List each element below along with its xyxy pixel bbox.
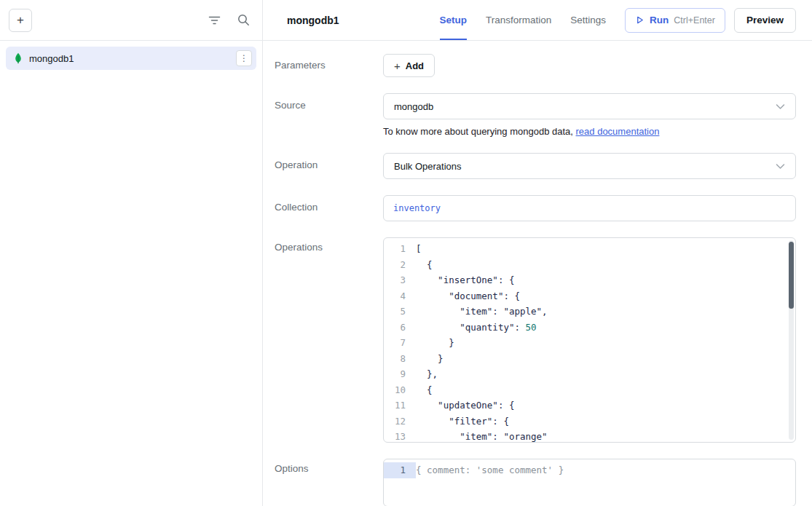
code-text: "item": "apple", (416, 304, 548, 320)
run-shortcut: Ctrl+Enter (674, 15, 715, 25)
code-text: "insertOne": { (416, 272, 514, 288)
parameters-label: Parameters (275, 54, 383, 77)
code-line: 1{ comment: 'some comment' } (384, 462, 795, 478)
mongodb-leaf-icon (13, 52, 23, 64)
play-icon (635, 15, 645, 25)
collection-input-value: inventory (393, 203, 441, 213)
source-select[interactable]: mongodb (383, 93, 796, 119)
tab-transformation[interactable]: Transformation (486, 0, 551, 40)
operations-code-lines: 1[2 {3 "insertOne": {4 "document": {5 "i… (384, 241, 795, 443)
line-number: 2 (384, 257, 416, 273)
options-row: Options 1{ comment: 'some comment' } (275, 459, 796, 506)
options-code-lines: 1{ comment: 'some comment' } (384, 462, 795, 478)
sidebar-toolbar: + (0, 0, 262, 41)
line-number: 5 (384, 304, 416, 320)
code-line: 9 }, (384, 366, 795, 382)
run-button[interactable]: Run Ctrl+Enter (625, 8, 725, 33)
code-text: [ (416, 241, 422, 257)
query-setup-form: Parameters + Add Source mongodb To know … (263, 41, 812, 506)
line-number: 7 (384, 335, 416, 351)
preview-button[interactable]: Preview (734, 8, 796, 33)
code-line: 4 "document": { (384, 288, 795, 304)
line-number: 4 (384, 288, 416, 304)
code-text: } (416, 335, 454, 351)
run-button-label: Run (650, 15, 669, 25)
line-number: 10 (384, 382, 416, 398)
collection-row: Collection inventory (275, 195, 796, 221)
chevron-down-icon (776, 103, 785, 110)
collection-label: Collection (275, 195, 383, 221)
options-label: Options (275, 459, 383, 506)
source-helper-text: To know more about querying mongodb data… (383, 126, 796, 137)
line-number: 8 (384, 351, 416, 367)
operation-select[interactable]: Bulk Operations (383, 153, 796, 179)
line-number: 12 (384, 414, 416, 430)
source-row: Source mongodb To know more about queryi… (275, 93, 796, 137)
code-text: "document": { (416, 288, 520, 304)
add-parameter-label: Add (406, 60, 424, 71)
code-text: { (416, 257, 433, 273)
query-title: mongodb1 (287, 15, 339, 26)
line-number: 3 (384, 272, 416, 288)
operation-row: Operation Bulk Operations (275, 153, 796, 179)
read-documentation-link[interactable]: read documentation (576, 126, 660, 137)
query-list: mongodb1 ⋮ (0, 41, 262, 76)
options-code-editor[interactable]: 1{ comment: 'some comment' } (383, 459, 796, 506)
source-select-value: mongodb (394, 101, 433, 112)
code-line: 13 "item": "orange" (384, 429, 795, 443)
scrollbar-track[interactable] (789, 240, 794, 440)
operations-code-editor[interactable]: 1[2 {3 "insertOne": {4 "document": {5 "i… (383, 237, 796, 443)
code-text: }, (416, 366, 438, 382)
code-text: "quantity": 50 (416, 320, 537, 336)
collection-input[interactable]: inventory (383, 195, 796, 221)
query-item-label: mongodb1 (29, 53, 230, 64)
query-panel: mongodb1 Setup Transformation Settings R… (263, 0, 812, 506)
chevron-down-icon (776, 163, 785, 170)
code-line: 2 { (384, 257, 795, 273)
code-line: 11 "updateOne": { (384, 398, 795, 414)
filter-icon[interactable] (207, 13, 221, 28)
operation-select-value: Bulk Operations (394, 161, 462, 172)
code-line: 7 } (384, 335, 795, 351)
add-parameter-button[interactable]: + Add (383, 54, 435, 77)
add-query-button[interactable]: + (9, 9, 32, 32)
code-line: 10 { (384, 382, 795, 398)
code-text: } (416, 351, 444, 367)
code-line: 5 "item": "apple", (384, 304, 795, 320)
line-number: 6 (384, 320, 416, 336)
code-line: 3 "insertOne": { (384, 272, 795, 288)
parameters-row: Parameters + Add (275, 54, 796, 77)
plus-icon: + (394, 60, 401, 71)
operation-label: Operation (275, 153, 383, 179)
query-sidebar: + mongodb1 ⋮ (0, 0, 263, 506)
code-line: 6 "quantity": 50 (384, 320, 795, 336)
code-text: "filter": { (416, 414, 509, 430)
tab-settings[interactable]: Settings (570, 0, 606, 40)
line-number: 13 (384, 429, 416, 443)
tab-setup[interactable]: Setup (440, 0, 468, 40)
line-number: 11 (384, 398, 416, 414)
code-line: 8 } (384, 351, 795, 367)
scrollbar-thumb[interactable] (789, 242, 794, 309)
operations-row: Operations 1[2 {3 "insertOne": {4 "docum… (275, 237, 796, 443)
search-icon[interactable] (236, 13, 251, 28)
query-list-item[interactable]: mongodb1 ⋮ (6, 47, 256, 70)
code-text: "updateOne": { (416, 398, 514, 414)
line-number: 9 (384, 366, 416, 382)
line-number: 1 (384, 462, 416, 478)
query-panel-header: mongodb1 Setup Transformation Settings R… (263, 0, 812, 41)
code-text: { comment: 'some comment' } (416, 462, 564, 478)
query-item-menu-button[interactable]: ⋮ (236, 50, 252, 66)
code-text: { (416, 382, 433, 398)
sidebar-toolbar-icons (207, 13, 251, 28)
source-helper-prefix: To know more about querying mongodb data… (383, 126, 576, 137)
query-tabs: Setup Transformation Settings (440, 0, 607, 40)
operations-label: Operations (275, 237, 383, 443)
code-text: "item": "orange" (416, 429, 548, 443)
code-line: 12 "filter": { (384, 414, 795, 430)
source-label: Source (275, 93, 383, 137)
line-number: 1 (384, 241, 416, 257)
code-line: 1[ (384, 241, 795, 257)
query-editor-app: { "colors": { "accent": "#3e63dd", "mong… (0, 0, 812, 506)
